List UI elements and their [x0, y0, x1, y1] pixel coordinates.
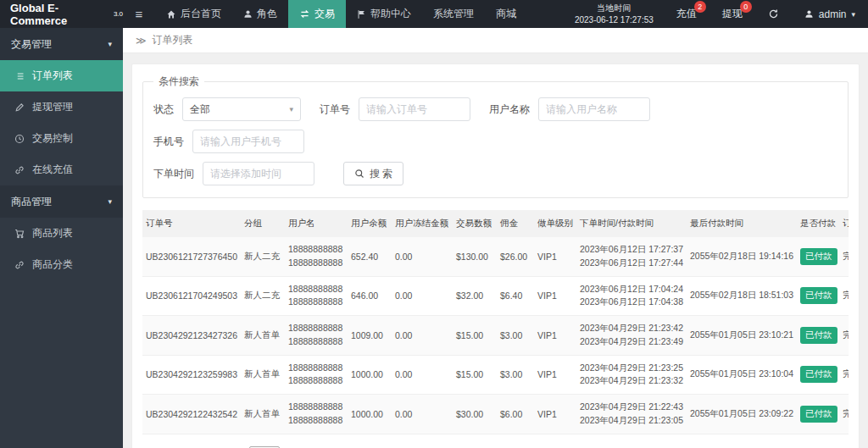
sidebar-item-trade-control[interactable]: 交易控制: [0, 123, 123, 154]
cell-balance: 652.40: [348, 237, 392, 276]
top-menu-help-center[interactable]: 帮助中心: [346, 0, 422, 28]
chevron-down-icon: ▾: [108, 40, 112, 48]
column-header-username: 用户名: [285, 210, 348, 237]
cell-order-no: UB2304292123259983: [142, 355, 241, 395]
order-time-line: 2023年06月12日 17:27:37: [580, 243, 683, 257]
breadcrumb-arrows-icon: ≫: [136, 35, 147, 47]
column-header-status: 订单状态: [839, 210, 849, 237]
cell-commission: $3.00: [497, 355, 534, 395]
cell-frozen: 0.00: [392, 395, 453, 434]
status-select[interactable]: 全部 ▾: [182, 97, 301, 121]
trade-icon: [299, 8, 310, 19]
cell-balance: 646.00: [348, 276, 392, 316]
top-menu-trade[interactable]: 交易: [288, 0, 346, 28]
cell-status: 完成订单: [839, 316, 849, 356]
local-time-block: 当地时间 2023-06-12 17:27:53: [565, 0, 664, 28]
order-time-line: 2023年06月12日 17:04:24: [580, 283, 683, 296]
cell-level: VIP1: [534, 355, 576, 395]
sidebar-item-product-category[interactable]: 商品分类: [0, 249, 123, 280]
sidebar-item-label: 商品分类: [32, 257, 73, 272]
sidebar-group-trade-management[interactable]: 交易管理 ▾: [0, 28, 123, 60]
cell-amount: $130.00: [453, 237, 497, 276]
search-button[interactable]: 搜 索: [343, 162, 403, 185]
sidebar-group-label: 交易管理: [11, 37, 52, 52]
main-area: ≫ 订单列表 条件搜索 状态 全部 ▾: [123, 28, 868, 448]
withdraw-label: 提现: [722, 7, 743, 21]
table-header-row: 订单号 分组 用户名 用户余额 用户冻结金额 交易数额 佣金 做单级别 下单时间…: [142, 210, 849, 237]
cell-frozen: 0.00: [392, 237, 453, 276]
order-no-input[interactable]: [359, 97, 470, 121]
pay-time-line: 2023年06月12日 17:04:38: [580, 296, 683, 309]
phone-input[interactable]: [192, 130, 304, 153]
top-menu-system[interactable]: 系统管理: [422, 0, 485, 28]
pay-time-line: 2023年04月29日 21:23:32: [580, 374, 683, 388]
hamburger-icon[interactable]: ≡: [123, 0, 155, 28]
table-row: UB2304292123259983 新人首单 18888888888 1888…: [142, 355, 849, 395]
sidebar-item-label: 商品列表: [32, 226, 73, 241]
cell-status: 完成订单: [839, 237, 849, 276]
cell-balance: 1000.00: [348, 395, 392, 434]
cell-commission: $3.00: [497, 316, 534, 356]
cell-order-no: UB2304292122432542: [142, 395, 241, 434]
username-input[interactable]: [538, 97, 650, 121]
table-row: UB2304292122432542 新人首单 18888888888 1888…: [142, 395, 849, 434]
cell-frozen: 0.00: [392, 276, 453, 316]
cell-commission: $6.40: [497, 276, 534, 316]
cell-username: 18888888888 18888888888: [285, 355, 348, 395]
admin-menu[interactable]: admin ▾: [792, 0, 868, 28]
cell-commission: $6.00: [497, 395, 534, 434]
top-menu-label: 系统管理: [433, 7, 474, 21]
sidebar-item-order-list[interactable]: 订单列表: [0, 60, 123, 91]
withdraw-button[interactable]: 提现 0: [709, 0, 755, 28]
withdraw-count-badge: 0: [740, 1, 752, 13]
top-menu-label: 帮助中心: [370, 7, 411, 21]
cell-order-time: 2023年04月29日 21:23:42 2023年04月29日 21:23:4…: [576, 316, 687, 356]
username-line: 18888888888: [288, 296, 344, 309]
order-time-label: 下单时间: [153, 167, 194, 181]
top-menu-roles[interactable]: 角色: [232, 0, 288, 28]
search-panel-legend: 条件搜索: [153, 75, 204, 89]
cell-paid: 已付款: [797, 355, 839, 395]
sidebar-item-online-recharge[interactable]: 在线充值: [0, 154, 123, 185]
paid-badge: 已付款: [800, 248, 837, 265]
top-menu-dashboard[interactable]: 后台首页: [155, 0, 232, 28]
cell-group: 新人首单: [241, 355, 285, 395]
sidebar-item-product-list[interactable]: 商品列表: [0, 218, 123, 249]
cell-last-pay-time: 2055年01月05日 23:10:04: [687, 355, 797, 395]
cell-group: 新人二充: [241, 276, 285, 316]
top-menu-mall[interactable]: 商城: [485, 0, 527, 28]
search-button-label: 搜 索: [370, 167, 392, 181]
column-header-group: 分组: [241, 210, 285, 237]
cell-status: 完成订单: [839, 276, 849, 316]
order-time-line: 2023年04月29日 21:23:42: [580, 322, 683, 335]
order-time-input[interactable]: [203, 162, 314, 185]
cell-paid: 已付款: [797, 395, 839, 434]
user-icon: [804, 9, 814, 19]
page-title: 订单列表: [153, 33, 193, 47]
cell-order-no: UB2304292123427326: [142, 316, 241, 356]
cell-frozen: 0.00: [392, 316, 453, 356]
order-no-filter: 订单号: [320, 97, 470, 121]
topbar: Global E-Commerce 3.0 ≡ 后台首页 角色 交易 帮助: [0, 0, 868, 28]
username-line: 18888888888: [288, 414, 344, 428]
refresh-button[interactable]: [755, 0, 792, 28]
cell-order-time: 2023年06月12日 17:27:37 2023年06月12日 17:27:4…: [576, 237, 687, 276]
column-header-balance: 用户余额: [348, 210, 392, 237]
paid-badge: 已付款: [800, 287, 837, 304]
sidebar-item-withdraw-management[interactable]: 提现管理: [0, 91, 123, 123]
sidebar-item-label: 提现管理: [32, 100, 73, 114]
cell-level: VIP1: [534, 395, 576, 434]
search-icon: [354, 169, 364, 179]
cell-balance: 1009.00: [348, 316, 392, 356]
sidebar-group-product-management[interactable]: 商品管理 ▾: [0, 185, 123, 218]
status-select-value: 全部: [190, 102, 210, 117]
table-row: UB2306121704249503 新人二充 18888888888 1888…: [142, 276, 849, 316]
cell-username: 18888888888 18888888888: [285, 237, 348, 276]
local-time-label: 当地时间: [597, 3, 631, 14]
recharge-button[interactable]: 充值 2: [664, 0, 709, 28]
column-header-frozen: 用户冻结金额: [392, 210, 453, 237]
username-line: 18888888888: [288, 401, 344, 414]
sidebar-item-label: 订单列表: [32, 69, 73, 83]
cell-username: 18888888888 18888888888: [285, 276, 348, 316]
orders-table: 订单号 分组 用户名 用户余额 用户冻结金额 交易数额 佣金 做单级别 下单时间…: [142, 210, 849, 434]
